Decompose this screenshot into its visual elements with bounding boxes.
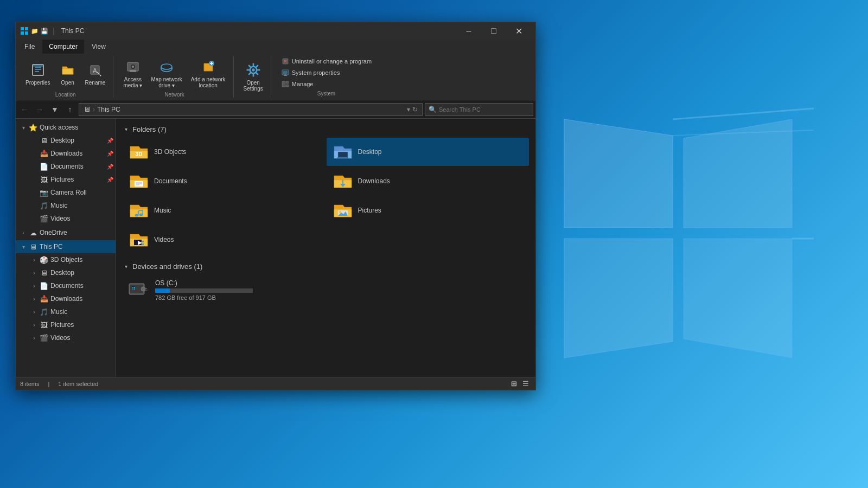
status-selected: 1 item selected (58, 381, 98, 387)
folder-item-downloads[interactable]: Downloads (327, 167, 529, 195)
videos-label: Videos (50, 215, 113, 222)
documents-folder-icon: 📄 (40, 162, 48, 171)
folder-item-documents[interactable]: Documents (123, 167, 326, 195)
svg-rect-9 (21, 31, 24, 35)
sidebar-item-pictures[interactable]: 🖼 Pictures 📌 (16, 173, 116, 186)
thispc-pictures-icon: 🖼 (40, 320, 48, 329)
sidebar-item-music[interactable]: 🎵 Music (16, 199, 116, 212)
close-button[interactable]: ✕ (506, 22, 531, 40)
svg-marker-1 (684, 119, 792, 228)
svg-rect-15 (33, 65, 43, 67)
svg-rect-53 (337, 157, 348, 158)
sidebar-quickaccess-header[interactable]: ▾ ⭐ Quick access (16, 121, 116, 134)
ribbon-rename[interactable]: A Rename (82, 59, 109, 88)
ribbon-map-drive[interactable]: Map networkdrive ▾ (148, 56, 185, 91)
status-bar: 8 items | 1 item selected ⊞ ☰ (16, 377, 535, 390)
svg-marker-2 (564, 239, 673, 358)
sidebar-thispc-documents[interactable]: › 📄 Documents (16, 279, 116, 292)
svg-rect-48 (282, 81, 285, 87)
ribbon-open[interactable]: Open (56, 59, 80, 88)
thispc-videos-expand: › (31, 335, 37, 341)
sidebar-item-downloads[interactable]: 📥 Downloads 📌 (16, 147, 116, 160)
view-large-icons-button[interactable]: ⊞ (508, 378, 519, 389)
sidebar-section-thispc: ▾ 🖥 This PC › 🎲 3D Objects › 🖥 Desktop (16, 240, 116, 344)
sidebar-thispc-header[interactable]: ▾ 🖥 This PC (16, 240, 116, 253)
sidebar-item-camera-roll[interactable]: 📷 Camera Roll (16, 186, 116, 199)
tab-view[interactable]: View (85, 40, 112, 54)
thispc-3dobjects-expand: › (31, 256, 37, 263)
sidebar-thispc-desktop[interactable]: › 🖥 Desktop (16, 266, 116, 279)
thispc-music-label: Music (50, 308, 113, 316)
folders-collapse-button[interactable]: ▾ (123, 126, 129, 133)
svg-rect-45 (283, 71, 288, 74)
search-box[interactable]: 🔍 (425, 103, 533, 116)
ribbon-open-settings[interactable]: OpenSettings (240, 59, 266, 94)
content-area: ▾ Folders (7) 3D 3D Objects (116, 119, 535, 377)
forward-button: → (33, 103, 46, 116)
ribbon-access-media[interactable]: Accessmedia ▾ (120, 56, 145, 91)
tab-computer[interactable]: Computer (42, 40, 84, 54)
folder-item-3dobjects[interactable]: 3D 3D Objects (123, 138, 326, 166)
folder-icon-3dobjects: 3D (128, 142, 150, 162)
svg-point-67 (339, 211, 341, 213)
manage-label: Manage (292, 81, 314, 87)
system-properties-label: System properties (292, 69, 340, 76)
sidebar-item-videos[interactable]: 🎬 Videos (16, 212, 116, 225)
ribbon-add-location[interactable]: Add a networklocation (188, 56, 229, 91)
add-location-icon (200, 58, 217, 75)
map-drive-label: Map networkdrive ▾ (151, 76, 182, 88)
up-button[interactable]: ↑ (63, 103, 76, 116)
sidebar-section-onedrive: › ☁ OneDrive (16, 226, 116, 239)
sidebar-item-documents[interactable]: 📄 Documents 📌 (16, 160, 116, 173)
folder-label-3dobjects: 3D Objects (154, 148, 186, 156)
dropdown-button[interactable]: ▼ (48, 103, 61, 116)
maximize-button[interactable]: □ (481, 22, 506, 40)
address-refresh-icon[interactable]: ↻ (412, 106, 418, 113)
svg-line-4 (673, 108, 814, 119)
drive-c-info: OS (C:) 782 GB free of 917 GB (155, 279, 253, 301)
svg-line-64 (138, 210, 143, 211)
svg-rect-47 (284, 75, 287, 76)
ribbon-group-open: OpenSettings (238, 56, 271, 98)
sidebar-thispc-downloads[interactable]: › 📥 Downloads (16, 292, 116, 305)
folder-item-desktop[interactable]: Desktop (327, 138, 529, 166)
folder-icon-documents (128, 171, 150, 191)
ribbon-system-properties[interactable]: System properties (278, 67, 375, 78)
sidebar-thispc-pictures[interactable]: › 🖼 Pictures (16, 318, 116, 331)
svg-marker-3 (684, 239, 792, 358)
sidebar-thispc-videos[interactable]: › 🎬 Videos (16, 331, 116, 344)
address-dropdown-icon[interactable]: ▾ (407, 106, 410, 113)
address-path[interactable]: 🖥 › This PC ▾ ↻ (79, 103, 423, 116)
ribbon-manage[interactable]: Manage (278, 79, 375, 89)
folder-label-desktop: Desktop (358, 148, 382, 156)
svg-rect-76 (132, 287, 133, 288)
svg-rect-49 (286, 81, 289, 84)
sidebar-item-desktop[interactable]: 🖥 Desktop 📌 (16, 134, 116, 147)
ribbon-items-location: Properties Open (22, 56, 108, 91)
rename-label: Rename (85, 80, 106, 86)
folder-item-videos[interactable]: Videos (123, 226, 326, 254)
address-computer-icon: 🖥 (84, 105, 91, 113)
ribbon: File Computer View (16, 40, 535, 100)
ribbon-uninstall[interactable]: Uninstall or change a program (278, 56, 375, 67)
tab-file[interactable]: File (18, 40, 41, 54)
documents-label: Documents (50, 163, 105, 170)
drive-item-c[interactable]: C: OS (C:) 782 GB free of 917 GB (123, 275, 529, 305)
sidebar-onedrive-header[interactable]: › ☁ OneDrive (16, 226, 116, 239)
view-details-button[interactable]: ☰ (520, 378, 531, 389)
ribbon-properties[interactable]: Properties (22, 59, 54, 88)
videos-folder-icon: 🎬 (40, 214, 48, 223)
title-bar-title: This PC (57, 27, 456, 35)
sidebar-thispc-3dobjects[interactable]: › 🎲 3D Objects (16, 253, 116, 266)
folder-item-pictures[interactable]: Pictures (327, 196, 529, 224)
music-expand-icon (31, 202, 37, 209)
drives-collapse-button[interactable]: ▾ (123, 264, 129, 270)
ribbon-items-open: OpenSettings (240, 56, 266, 97)
minimize-button[interactable]: – (456, 22, 481, 40)
search-input[interactable] (439, 106, 529, 113)
thispc-desktop-expand: › (31, 269, 37, 276)
folder-item-music[interactable]: Music (123, 196, 326, 224)
thispc-pictures-expand: › (31, 322, 37, 328)
drive-c-label: OS (C:) (155, 279, 253, 287)
sidebar-thispc-music[interactable]: › 🎵 Music (16, 305, 116, 318)
